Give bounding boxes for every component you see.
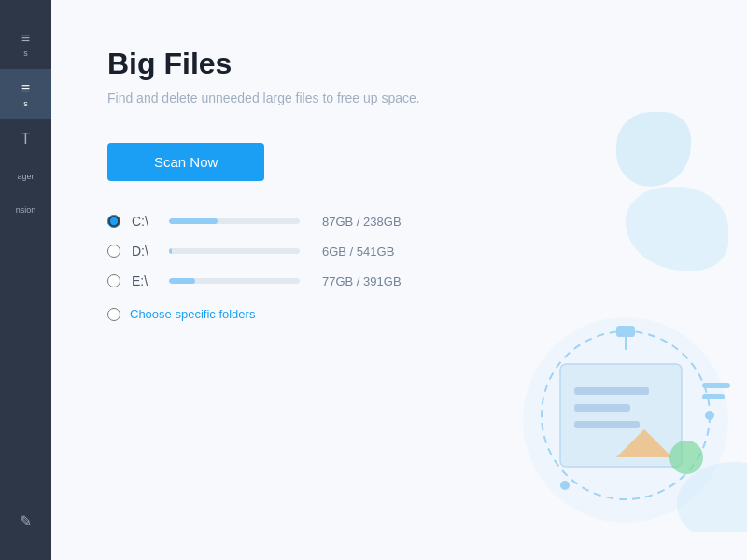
- sidebar-label-s: s: [0, 49, 51, 58]
- page-title: Big Files: [107, 47, 691, 81]
- drive-bar-fill-c: [169, 218, 218, 224]
- drive-bar-wrap-e: [169, 278, 300, 284]
- drive-radio-e[interactable]: [107, 274, 120, 287]
- drive-usage-d: 6GB / 541GB: [322, 245, 394, 259]
- edit-icon: ✎: [20, 513, 32, 529]
- choose-folders-radio[interactable]: [107, 308, 120, 321]
- drive-bar-wrap-c: [169, 218, 300, 224]
- sidebar: ≡ s ≡ s T ager nsion ✎: [0, 0, 51, 560]
- svg-rect-4: [574, 421, 640, 428]
- sidebar-item-nsion[interactable]: nsion: [0, 192, 51, 226]
- blob-decoration-1: [616, 112, 691, 187]
- choose-folders-label[interactable]: Choose specific folders: [130, 307, 255, 321]
- page-subtitle: Find and delete unneeded large files to …: [107, 91, 691, 105]
- drive-usage-e: 77GB / 391GB: [322, 274, 402, 288]
- sidebar-label-nsion: nsion: [16, 205, 36, 215]
- scan-now-button[interactable]: Scan Now: [107, 143, 264, 181]
- svg-point-14: [669, 441, 703, 474]
- svg-rect-2: [574, 387, 649, 395]
- drive-item-d: D:\ 6GB / 541GB: [107, 244, 691, 259]
- drive-label-d: D:\: [132, 244, 158, 259]
- drive-label-e: E:\: [132, 273, 158, 288]
- main-content: Big Files Find and delete unneeded large…: [51, 0, 747, 560]
- sidebar-icon-s: ≡: [21, 30, 30, 46]
- sidebar-item-s2[interactable]: ≡ s: [0, 69, 51, 119]
- drive-bar-fill-e: [169, 278, 195, 284]
- svg-rect-13: [702, 394, 725, 399]
- sidebar-item-ager[interactable]: ager: [0, 159, 51, 192]
- sidebar-item-edit[interactable]: ✎: [0, 501, 51, 541]
- svg-point-9: [560, 481, 570, 490]
- svg-rect-3: [574, 404, 630, 412]
- big-files-illustration: [458, 271, 747, 532]
- sidebar-label-s2: s: [0, 99, 51, 108]
- sidebar-item-t[interactable]: T: [0, 119, 51, 159]
- svg-rect-12: [702, 383, 730, 388]
- drive-label-c: C:\: [132, 214, 158, 229]
- drive-item-c: C:\ 87GB / 238GB: [107, 214, 691, 229]
- sidebar-label-ager: ager: [17, 172, 34, 181]
- drive-radio-d[interactable]: [107, 245, 120, 258]
- drive-radio-c[interactable]: [107, 215, 120, 228]
- svg-rect-10: [616, 326, 635, 337]
- sidebar-icon-t: T: [21, 131, 31, 147]
- drive-usage-c: 87GB / 238GB: [322, 215, 402, 229]
- sidebar-icon-s2: ≡: [21, 80, 30, 96]
- sidebar-item-s[interactable]: ≡ s: [0, 19, 51, 69]
- drive-bar-wrap-d: [169, 248, 300, 254]
- svg-point-8: [705, 411, 714, 420]
- drive-bar-fill-d: [169, 248, 172, 254]
